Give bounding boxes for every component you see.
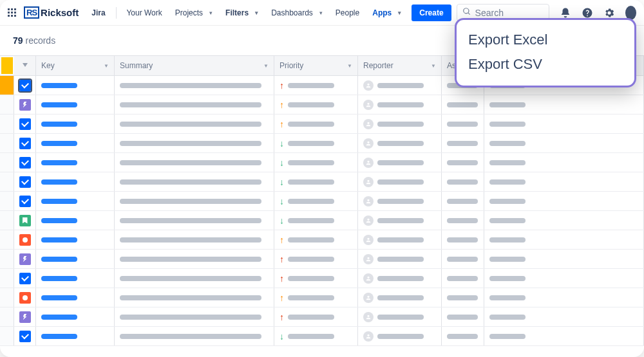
issue-type-cell[interactable] <box>14 250 36 268</box>
assignee-cell[interactable] <box>442 307 484 326</box>
reporter-cell[interactable] <box>358 211 442 230</box>
priority-cell[interactable]: ↓ <box>274 211 358 230</box>
priority-cell[interactable]: ↑ <box>274 95 358 114</box>
table-row[interactable]: ↑ <box>0 95 644 114</box>
column-reporter[interactable]: Reporter▼ <box>358 56 442 75</box>
priority-cell[interactable]: ↑ <box>274 288 358 307</box>
issue-type-cell[interactable] <box>14 192 36 210</box>
issue-type-cell[interactable] <box>14 211 36 230</box>
reporter-cell[interactable] <box>358 230 442 249</box>
issue-type-cell[interactable] <box>14 172 36 191</box>
extra-cell[interactable] <box>484 230 644 249</box>
issue-type-cell[interactable] <box>14 269 36 288</box>
reporter-cell[interactable] <box>358 327 442 345</box>
table-row[interactable]: ↑ <box>0 288 644 307</box>
issue-key-cell[interactable] <box>36 288 115 307</box>
issue-type-cell[interactable] <box>14 230 36 249</box>
assignee-cell[interactable] <box>442 172 484 191</box>
issue-type-cell[interactable] <box>14 95 36 114</box>
extra-cell[interactable] <box>484 172 644 191</box>
app-switcher-icon[interactable] <box>8 8 16 17</box>
export-excel-item[interactable]: Export Excel <box>468 28 619 52</box>
extra-cell[interactable] <box>484 95 644 114</box>
summary-cell[interactable] <box>115 134 274 152</box>
extra-cell[interactable] <box>484 192 644 210</box>
issue-key-cell[interactable] <box>36 95 115 114</box>
issue-key-cell[interactable] <box>36 250 115 268</box>
issue-key-cell[interactable] <box>36 192 115 210</box>
reporter-cell[interactable] <box>358 307 442 326</box>
column-key[interactable]: Key▼ <box>36 56 115 75</box>
brand-logo[interactable]: RS Ricksoft <box>24 6 79 19</box>
nav-apps[interactable]: Apps ▾ <box>367 6 406 20</box>
summary-cell[interactable] <box>115 211 274 230</box>
issue-type-cell[interactable] <box>14 288 36 307</box>
issue-key-cell[interactable] <box>36 172 115 191</box>
nav-filters[interactable]: Filters ▾ <box>220 6 263 20</box>
extra-cell[interactable] <box>484 269 644 288</box>
reporter-cell[interactable] <box>358 288 442 307</box>
priority-cell[interactable]: ↑ <box>274 250 358 268</box>
table-row[interactable]: ↑ <box>0 307 644 327</box>
row-handle[interactable] <box>0 153 14 172</box>
row-handle[interactable] <box>0 307 14 326</box>
row-handle[interactable] <box>0 250 14 268</box>
assignee-cell[interactable] <box>442 192 484 210</box>
create-button[interactable]: Create <box>412 5 451 21</box>
row-handle[interactable] <box>0 76 14 95</box>
issue-type-cell[interactable] <box>14 134 36 152</box>
row-handle[interactable] <box>0 211 14 230</box>
priority-cell[interactable]: ↑ <box>274 76 358 95</box>
assignee-cell[interactable] <box>442 95 484 114</box>
column-priority[interactable]: Priority▼ <box>274 56 358 75</box>
priority-cell[interactable]: ↓ <box>274 327 358 345</box>
table-row[interactable]: ↓ <box>0 192 644 211</box>
row-handle[interactable] <box>0 327 14 345</box>
assignee-cell[interactable] <box>442 288 484 307</box>
nav-projects[interactable]: Projects ▾ <box>170 6 218 20</box>
issue-key-cell[interactable] <box>36 327 115 345</box>
issue-key-cell[interactable] <box>36 230 115 249</box>
priority-cell[interactable]: ↑ <box>274 269 358 288</box>
row-handle[interactable] <box>0 95 14 114</box>
summary-cell[interactable] <box>115 327 274 345</box>
summary-cell[interactable] <box>115 250 274 268</box>
column-drag-handle[interactable] <box>0 56 14 75</box>
summary-cell[interactable] <box>115 307 274 326</box>
row-handle[interactable] <box>0 192 14 210</box>
reporter-cell[interactable] <box>358 172 442 191</box>
nav-your-work[interactable]: Your Work <box>121 6 167 20</box>
summary-cell[interactable] <box>115 230 274 249</box>
row-handle[interactable] <box>0 288 14 307</box>
nav-jira[interactable]: Jira <box>86 6 110 20</box>
row-handle[interactable] <box>0 172 14 191</box>
reporter-cell[interactable] <box>358 134 442 152</box>
issue-type-cell[interactable] <box>14 76 36 95</box>
reporter-cell[interactable] <box>358 250 442 268</box>
priority-cell[interactable]: ↓ <box>274 172 358 191</box>
row-handle[interactable] <box>0 269 14 288</box>
extra-cell[interactable] <box>484 211 644 230</box>
extra-cell[interactable] <box>484 250 644 268</box>
summary-cell[interactable] <box>115 172 274 191</box>
assignee-cell[interactable] <box>442 153 484 172</box>
priority-cell[interactable]: ↓ <box>274 192 358 210</box>
column-type-filter[interactable] <box>14 56 36 75</box>
issue-key-cell[interactable] <box>36 269 115 288</box>
column-summary[interactable]: Summary▼ <box>115 56 274 75</box>
assignee-cell[interactable] <box>442 211 484 230</box>
reporter-cell[interactable] <box>358 269 442 288</box>
summary-cell[interactable] <box>115 192 274 210</box>
reporter-cell[interactable] <box>358 192 442 210</box>
row-handle[interactable] <box>0 114 14 133</box>
table-row[interactable]: ↑ <box>0 250 644 269</box>
extra-cell[interactable] <box>484 134 644 152</box>
priority-cell[interactable]: ↑ <box>274 114 358 133</box>
issue-key-cell[interactable] <box>36 76 115 95</box>
reporter-cell[interactable] <box>358 76 442 95</box>
table-row[interactable]: ↓ <box>0 211 644 230</box>
export-csv-item[interactable]: Export CSV <box>468 52 619 77</box>
summary-cell[interactable] <box>115 269 274 288</box>
extra-cell[interactable] <box>484 307 644 326</box>
priority-cell[interactable]: ↑ <box>274 307 358 326</box>
